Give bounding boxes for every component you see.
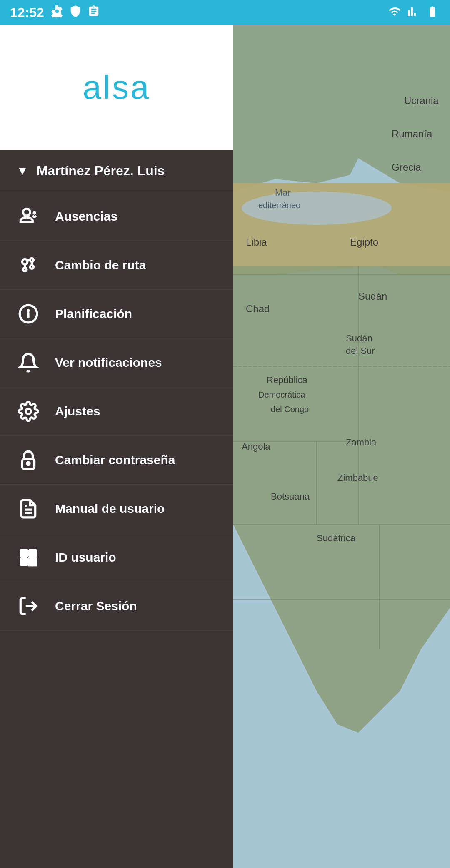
svg-text:Botsuana: Botsuana — [271, 491, 310, 502]
svg-text:Angola: Angola — [242, 441, 270, 452]
app-logo: alsa — [83, 68, 151, 107]
svg-rect-51 — [22, 560, 25, 563]
status-icons — [51, 5, 100, 20]
svg-text:del Sur: del Sur — [346, 346, 375, 356]
map-background: Ucrania Rumanía Grecia Mar editerráneo L… — [233, 25, 450, 868]
manual-de-usuario-icon — [17, 497, 40, 520]
menu-item-manual-de-usuario[interactable]: Manual de usuario — [0, 485, 233, 533]
svg-text:Sudán: Sudán — [358, 291, 387, 302]
ver-notificaciones-icon — [17, 351, 40, 374]
svg-text:Libia: Libia — [246, 236, 267, 248]
ajustes-label: Ajustes — [55, 404, 100, 418]
menu-item-ver-notificaciones[interactable]: Ver notificaciones — [0, 338, 233, 387]
svg-rect-54 — [29, 563, 32, 565]
svg-point-39 — [26, 409, 31, 414]
menu-item-planificacion[interactable]: Planificación — [0, 290, 233, 338]
menu-item-cerrar-sesion[interactable]: Cerrar Sesión — [0, 582, 233, 631]
svg-text:Sudán: Sudán — [346, 333, 372, 343]
id-usuario-label: ID usuario — [55, 550, 116, 565]
status-left: 12:52 — [10, 5, 100, 20]
navigation-drawer: alsa ▼ Martínez Pérez. Luis Ausencias — [0, 25, 233, 868]
svg-rect-49 — [31, 551, 34, 555]
svg-text:Zimbabue: Zimbabue — [338, 473, 378, 483]
svg-rect-55 — [34, 563, 36, 565]
status-bar: 12:52 — [0, 0, 450, 25]
svg-point-31 — [32, 211, 36, 215]
svg-rect-52 — [29, 558, 32, 561]
svg-text:Ucrania: Ucrania — [404, 95, 439, 106]
id-usuario-icon — [17, 546, 40, 569]
svg-text:Grecia: Grecia — [392, 162, 421, 173]
ver-notificaciones-label: Ver notificaciones — [55, 356, 162, 370]
status-right — [388, 5, 440, 20]
ausencias-icon — [17, 205, 40, 228]
planificacion-label: Planificación — [55, 307, 132, 321]
svg-text:Sudáfrica: Sudáfrica — [317, 533, 356, 543]
svg-point-30 — [23, 209, 30, 216]
svg-text:del Congo: del Congo — [271, 405, 309, 414]
menu-item-ausencias[interactable]: Ausencias — [0, 192, 233, 241]
svg-text:Mar: Mar — [275, 187, 291, 198]
cambiar-contrasena-icon: 0 — [17, 448, 40, 472]
svg-text:Zambia: Zambia — [346, 437, 377, 448]
svg-rect-53 — [34, 558, 36, 561]
cambiar-contrasena-label: Cambiar contraseña — [55, 453, 175, 467]
menu-item-id-usuario[interactable]: ID usuario — [0, 533, 233, 582]
cerrar-sesion-label: Cerrar Sesión — [55, 599, 137, 613]
svg-text:Democrática: Democrática — [258, 390, 305, 399]
user-name: Martínez Pérez. Luis — [37, 163, 165, 179]
wifi-icon — [388, 5, 402, 20]
cerrar-sesion-icon — [17, 594, 40, 618]
svg-text:Rumanía: Rumanía — [392, 128, 432, 139]
svg-point-34 — [30, 258, 33, 261]
svg-text:República: República — [267, 375, 308, 385]
svg-text:Chad: Chad — [246, 303, 270, 314]
ausencias-label: Ausencias — [55, 209, 118, 224]
settings-icon — [51, 5, 63, 20]
svg-text:Egipto: Egipto — [350, 236, 378, 248]
menu-item-cambio-de-ruta[interactable]: Cambio de ruta — [0, 241, 233, 290]
cambio-de-ruta-icon — [17, 254, 40, 277]
user-header[interactable]: ▼ Martínez Pérez. Luis — [0, 150, 233, 192]
svg-text:editerráneo: editerráneo — [258, 201, 300, 210]
svg-text:0: 0 — [27, 460, 30, 467]
menu-item-cambiar-contrasena[interactable]: 0 Cambiar contraseña — [0, 436, 233, 485]
dropdown-arrow-icon: ▼ — [17, 164, 28, 178]
svg-point-33 — [23, 268, 27, 271]
menu-item-ajustes[interactable]: Ajustes — [0, 387, 233, 436]
manual-de-usuario-label: Manual de usuario — [55, 502, 165, 516]
shield-icon — [69, 5, 82, 20]
status-time: 12:52 — [10, 5, 44, 20]
svg-point-35 — [30, 265, 33, 269]
logo-area: alsa — [0, 25, 233, 150]
signal-icon — [408, 5, 419, 20]
planificacion-icon — [17, 302, 40, 326]
battery-icon — [425, 5, 440, 20]
svg-rect-47 — [22, 551, 25, 555]
cambio-de-ruta-label: Cambio de ruta — [55, 258, 146, 272]
clipboard-icon — [88, 5, 100, 20]
ajustes-icon — [17, 400, 40, 423]
menu-area: ▼ Martínez Pérez. Luis Ausencias — [0, 150, 233, 868]
